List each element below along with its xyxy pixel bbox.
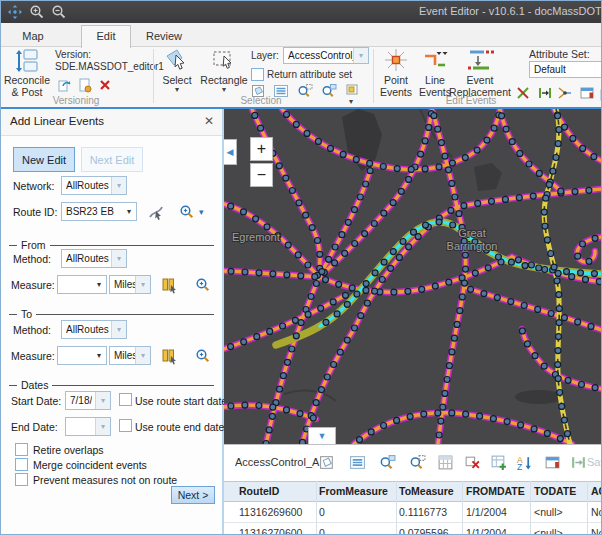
event-point[interactable] (449, 410, 455, 416)
event-point[interactable] (558, 188, 564, 194)
event-point[interactable] (553, 155, 559, 161)
event-point[interactable] (303, 212, 309, 218)
event-point[interactable] (381, 210, 387, 216)
event-point[interactable] (422, 166, 428, 172)
event-point[interactable] (388, 265, 394, 271)
collapse-table-button[interactable]: ▼ (308, 427, 336, 444)
event-point[interactable] (541, 209, 547, 215)
event-point[interactable] (462, 252, 468, 258)
event-point[interactable] (298, 320, 304, 326)
collapse-panel-button[interactable]: ◀ (224, 139, 237, 165)
event-point[interactable] (559, 403, 565, 409)
event-point[interactable] (557, 390, 563, 396)
zoom-to-to-measure-icon[interactable] (195, 348, 211, 364)
event-point[interactable] (555, 113, 561, 119)
event-point[interactable] (317, 251, 323, 257)
event-point[interactable] (352, 325, 358, 331)
event-point[interactable] (557, 436, 563, 442)
event-point[interactable] (371, 221, 377, 227)
event-point[interactable] (253, 216, 259, 222)
event-point[interactable] (256, 403, 262, 409)
event-point[interactable] (422, 138, 428, 144)
table-row[interactable]: 11316270600 0 0.0795596 1/1/2004 <null> … (224, 523, 602, 535)
event-point[interactable] (398, 188, 404, 194)
event-point[interactable] (583, 276, 589, 282)
event-point[interactable] (344, 301, 350, 307)
event-point[interactable] (436, 164, 442, 170)
selection-more-arrow-icon[interactable] (349, 97, 353, 106)
event-point[interactable] (462, 280, 468, 286)
event-point[interactable] (495, 254, 501, 260)
event-point[interactable] (490, 416, 496, 422)
event-point[interactable] (456, 211, 462, 217)
event-point[interactable] (446, 279, 452, 285)
event-point[interactable] (270, 404, 276, 410)
event-point[interactable] (503, 126, 509, 132)
event-point[interactable] (550, 168, 556, 174)
event-point[interactable] (323, 319, 329, 325)
event-point[interactable] (289, 188, 295, 194)
event-point[interactable] (522, 263, 528, 269)
event-point[interactable] (554, 278, 560, 284)
event-point[interactable] (556, 334, 562, 340)
refresh-version-icon[interactable] (57, 77, 73, 93)
event-point[interactable] (475, 200, 481, 206)
event-point[interactable] (331, 362, 337, 368)
start-date-combo[interactable]: 7/18/ (65, 391, 111, 410)
event-point[interactable] (406, 244, 412, 250)
merge-coincident-checkbox[interactable] (15, 458, 28, 471)
event-point[interactable] (494, 295, 500, 301)
event-point[interactable] (580, 145, 586, 151)
event-point[interactable] (591, 154, 597, 160)
event-point[interactable] (228, 403, 234, 409)
event-point[interactable] (264, 224, 270, 230)
event-point[interactable] (502, 196, 508, 202)
end-date-combo[interactable] (65, 417, 111, 436)
event-point[interactable] (454, 321, 460, 327)
event-point[interactable] (381, 423, 387, 429)
event-point[interactable] (396, 254, 402, 260)
event-point[interactable] (352, 241, 358, 247)
event-point[interactable] (284, 111, 290, 117)
pick-from-measure-icon[interactable] (161, 276, 179, 294)
event-point[interactable] (499, 113, 505, 119)
event-point[interactable] (556, 320, 562, 326)
point-events-button[interactable]: Point Events (374, 47, 418, 105)
event-point[interactable] (295, 252, 301, 258)
event-point[interactable] (419, 286, 425, 292)
event-point[interactable] (297, 411, 303, 417)
event-point[interactable] (363, 281, 369, 287)
event-point[interactable] (292, 317, 298, 323)
event-point[interactable] (446, 167, 452, 173)
event-point[interactable] (551, 264, 557, 270)
event-point[interactable] (241, 339, 247, 345)
prevent-measures-checkbox[interactable] (15, 473, 28, 486)
event-point[interactable] (241, 209, 247, 215)
event-point[interactable] (411, 229, 417, 235)
event-point[interactable] (461, 203, 467, 209)
event-point[interactable] (332, 244, 338, 250)
event-point[interactable] (242, 269, 248, 275)
event-point[interactable] (565, 431, 571, 437)
event-point[interactable] (459, 294, 465, 300)
event-point[interactable] (508, 299, 514, 305)
event-point[interactable] (280, 373, 286, 379)
event-point[interactable] (391, 289, 397, 295)
event-point[interactable] (546, 182, 552, 188)
table-row[interactable]: 11316269600 0 0.1116773 1/1/2004 <null> … (224, 502, 602, 523)
event-point[interactable] (319, 387, 325, 393)
col-fromdate[interactable]: FROMDATE (466, 485, 525, 497)
map-zoom-in-button[interactable]: + (250, 137, 273, 161)
table-select-shape-icon[interactable] (319, 454, 336, 471)
zoom-to-route-icon[interactable] (179, 204, 195, 220)
event-point[interactable] (228, 203, 234, 209)
event-point[interactable] (484, 137, 490, 143)
event-point[interactable] (406, 176, 412, 182)
event-point[interactable] (542, 223, 548, 229)
new-edit-button[interactable]: New Edit (13, 147, 75, 172)
event-point[interactable] (318, 305, 324, 311)
event-point[interactable] (556, 306, 562, 312)
retire-overlaps-checkbox[interactable] (15, 443, 28, 456)
event-point[interactable] (283, 175, 289, 181)
event-point[interactable] (304, 130, 310, 136)
